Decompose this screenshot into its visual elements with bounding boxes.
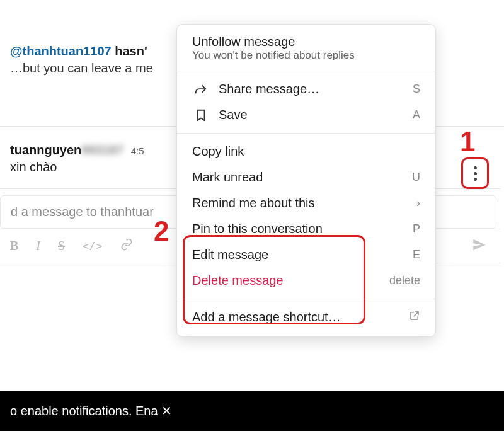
bookmark-icon [192,108,210,122]
link-button[interactable] [120,238,133,254]
banner-text: o enable notifications. [10,404,135,418]
menu-item-label: Share message… [219,82,413,96]
message-context-menu: Unfollow message You won't be notified a… [176,24,436,337]
close-icon[interactable]: ✕ [161,404,172,418]
menu-separator [177,71,435,71]
menu-item-remind[interactable]: Remind me about this › [177,190,435,216]
menu-separator [177,299,435,299]
annotation-callout-1: 1 [460,126,475,158]
message-sender-blurred: 993187 [81,143,123,157]
menu-separator [177,133,435,134]
menu-item-copy-link[interactable]: Copy link [177,139,435,164]
keyboard-shortcut: P [413,222,420,236]
menu-item-mark-unread[interactable]: Mark unread U [177,164,435,190]
code-button[interactable]: </> [83,240,103,252]
share-icon [192,83,210,96]
more-actions-button[interactable] [461,158,489,189]
message-text-fragment: hasn' [112,44,147,58]
menu-item-pin[interactable]: Pin to this conversation P [177,216,435,242]
user-mention-blurred: 1107 [83,44,112,58]
menu-item-add-shortcut[interactable]: Add a message shortcut… [177,304,435,330]
menu-item-label: Delete message [192,273,389,288]
menu-item-delete[interactable]: Delete message delete [177,268,435,294]
chevron-right-icon: › [416,197,420,210]
message-sender[interactable]: tuannguyen [10,143,81,157]
kebab-dot [474,166,477,169]
kebab-dot [474,178,477,181]
menu-item-label: Edit message [192,248,413,262]
notification-banner: o enable notifications. Ena ✕ [0,391,504,431]
menu-item-share[interactable]: Share message… S [177,76,435,102]
user-mention[interactable]: @thanhtuan [10,44,83,58]
bold-button[interactable]: B [10,239,18,253]
menu-header[interactable]: Unfollow message You won't be notified a… [177,31,435,66]
menu-item-label: Mark unread [192,170,412,185]
menu-item-label: Pin to this conversation [192,222,413,236]
message-timestamp: 4:5 [131,146,144,156]
menu-item-label: Copy link [192,144,420,159]
send-button[interactable] [471,236,488,256]
banner-enable-link[interactable]: Ena [135,404,158,418]
keyboard-shortcut: S [413,83,420,96]
keyboard-shortcut: E [413,248,420,261]
kebab-dot [474,172,477,175]
menu-item-label: Add a message shortcut… [192,310,409,324]
strikethrough-button[interactable]: S [58,239,65,253]
keyboard-shortcut: delete [389,274,420,287]
keyboard-shortcut: A [413,108,420,122]
unfollow-title: Unfollow message [177,31,435,49]
unfollow-subtitle: You won't be notified about replies [177,49,435,66]
italic-button[interactable]: I [36,239,40,253]
menu-item-edit[interactable]: Edit message E [177,242,435,268]
menu-item-label: Remind me about this [192,196,416,210]
external-link-icon [409,310,420,324]
message-input-placeholder-fragment: d a message to thanhtuar [11,205,154,219]
keyboard-shortcut: U [412,171,420,184]
menu-item-label: Save [219,108,413,122]
annotation-callout-2: 2 [154,215,169,247]
menu-item-save[interactable]: Save A [177,102,435,128]
